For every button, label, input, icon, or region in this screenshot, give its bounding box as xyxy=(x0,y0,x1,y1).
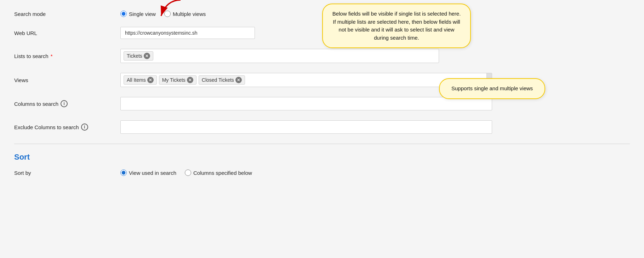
view-used-option[interactable]: View used in search xyxy=(120,170,176,176)
main-tooltip: Below fields will be visible if single l… xyxy=(322,4,471,48)
views-row: Views All Items ✕ My Tickets ✕ Closed Ti… xyxy=(14,73,630,87)
exclude-columns-input[interactable] xyxy=(120,120,492,134)
exclude-columns-info-icon[interactable]: i xyxy=(81,124,88,131)
columns-to-search-input[interactable] xyxy=(120,97,492,110)
views-label: Views xyxy=(14,77,120,83)
remove-allitems-tag[interactable]: ✕ xyxy=(147,77,154,83)
sort-by-label: Sort by xyxy=(14,170,120,176)
view-used-label: View used in search xyxy=(129,170,176,176)
lists-to-search-content: Tickets ✕ xyxy=(120,49,630,63)
page-container: Search mode Single view Multiple views xyxy=(0,0,644,258)
single-view-radio[interactable] xyxy=(120,11,127,17)
columns-specified-label: Columns specified below xyxy=(193,170,252,176)
sort-by-row: Sort by View used in search Columns spec… xyxy=(14,170,630,176)
exclude-columns-label: Exclude Columns to search i xyxy=(14,124,120,131)
section-divider xyxy=(14,144,630,144)
search-mode-label: Search mode xyxy=(14,11,120,17)
view-used-radio[interactable] xyxy=(120,170,127,176)
web-url-input[interactable] xyxy=(120,27,255,39)
remove-closedtickets-tag[interactable]: ✕ xyxy=(235,77,242,83)
web-url-label: Web URL xyxy=(14,30,120,36)
required-indicator: * xyxy=(51,53,53,59)
lists-to-search-row: Lists to search * Tickets ✕ xyxy=(14,49,630,63)
sort-by-radio-group: View used in search Columns specified be… xyxy=(120,170,252,176)
lists-to-search-label: Lists to search * xyxy=(14,53,120,59)
lists-tag-input[interactable]: Tickets ✕ xyxy=(120,49,439,63)
sort-by-content: View used in search Columns specified be… xyxy=(120,170,630,176)
remove-tickets-tag[interactable]: ✕ xyxy=(144,53,150,59)
columns-to-search-content xyxy=(120,97,630,110)
list-item: All Items ✕ xyxy=(124,75,157,85)
columns-to-search-row: Columns to search i xyxy=(14,97,630,110)
arrow-indicator xyxy=(145,0,188,25)
columns-to-search-label: Columns to search i xyxy=(14,100,120,107)
list-item: Tickets ✕ xyxy=(124,51,153,61)
columns-info-icon[interactable]: i xyxy=(61,100,68,107)
views-tag-input[interactable]: All Items ✕ My Tickets ✕ Closed Tickets … xyxy=(120,73,492,87)
columns-specified-radio[interactable] xyxy=(185,170,191,176)
exclude-columns-content xyxy=(120,120,630,134)
views-tooltip: Supports single and multiple views xyxy=(439,78,545,99)
exclude-columns-row: Exclude Columns to search i xyxy=(14,120,630,134)
list-item: Closed Tickets ✕ xyxy=(199,75,245,85)
search-mode-row: Search mode Single view Multiple views xyxy=(14,11,630,17)
views-content: All Items ✕ My Tickets ✕ Closed Tickets … xyxy=(120,73,630,87)
columns-specified-option[interactable]: Columns specified below xyxy=(185,170,252,176)
remove-mytickets-tag[interactable]: ✕ xyxy=(187,77,193,83)
list-item: My Tickets ✕ xyxy=(159,75,196,85)
sort-heading: Sort xyxy=(14,153,630,162)
